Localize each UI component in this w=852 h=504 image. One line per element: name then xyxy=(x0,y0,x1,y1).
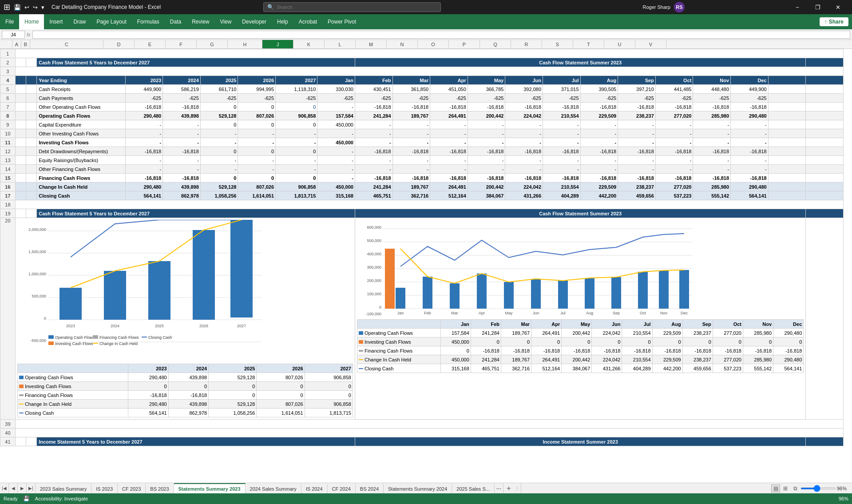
tab-acrobat[interactable]: Acrobat xyxy=(293,14,322,29)
table-row: 13 Equity Raisings/(Buybacks) - - - - - … xyxy=(0,156,844,165)
svg-rect-47 xyxy=(396,288,405,309)
excel-icon: ⊞ xyxy=(4,2,10,12)
sheet-tab-2024-sales[interactable]: 2024 Sales Summary xyxy=(246,483,301,493)
chart-monthly: 600,000 500,000 400,000 300,000 200,000 … xyxy=(357,220,694,317)
svg-text:Jun: Jun xyxy=(533,311,539,315)
add-sheet-button[interactable]: + xyxy=(503,483,514,493)
tab-nav-first[interactable]: |◀ xyxy=(0,483,9,493)
svg-text:500,000: 500,000 xyxy=(367,238,381,243)
minimize-button[interactable]: − xyxy=(787,0,808,14)
customize-icon[interactable]: ▾ xyxy=(41,4,44,11)
table-row: 3 xyxy=(0,67,844,76)
sheet-tab-bs2023[interactable]: BS 2023 xyxy=(146,483,174,493)
sheet-tab-bs2024[interactable]: BS 2024 xyxy=(356,483,384,493)
col-C: C xyxy=(30,40,103,48)
search-icon: 🔍 xyxy=(267,4,274,10)
search-input[interactable] xyxy=(277,4,437,10)
svg-text:600,000: 600,000 xyxy=(367,225,381,230)
table-row: 9 Capital Expenditure - - 0 0 0 450,000 … xyxy=(0,120,844,129)
svg-rect-12 xyxy=(59,288,82,320)
redo-icon[interactable]: ↪ xyxy=(33,4,38,11)
col-M: M xyxy=(356,40,387,48)
tab-nav-prev[interactable]: ◀ xyxy=(9,483,18,493)
svg-rect-50 xyxy=(477,274,487,309)
svg-rect-13 xyxy=(104,271,126,320)
avatar[interactable]: RS xyxy=(674,2,685,12)
svg-text:-500,000: -500,000 xyxy=(30,338,46,343)
sheet-tab-bar: |◀ ◀ ▶ ▶| 2023 Sales Summary IS 2023 CF … xyxy=(0,483,852,493)
svg-rect-16 xyxy=(230,220,253,317)
table-row: 1 xyxy=(0,49,844,58)
restore-button[interactable]: ❐ xyxy=(808,0,828,14)
tab-review[interactable]: Review xyxy=(186,14,214,29)
col-O: O xyxy=(418,40,449,48)
name-box[interactable] xyxy=(2,31,25,39)
svg-text:Aug: Aug xyxy=(586,311,593,315)
tab-file[interactable]: File xyxy=(0,14,19,29)
svg-text:Nov: Nov xyxy=(660,311,668,315)
sheet-tab-cf2024[interactable]: CF 2024 xyxy=(328,483,356,493)
tab-vert-dots[interactable]: ⋮ xyxy=(514,483,521,493)
tab-draw[interactable]: Draw xyxy=(68,14,91,29)
tab-formulas[interactable]: Formulas xyxy=(132,14,165,29)
tab-power-pivot[interactable]: Power Pivot xyxy=(322,14,361,29)
svg-rect-53 xyxy=(558,281,568,309)
table-row: 18 xyxy=(0,200,844,209)
undo-icon[interactable]: ↩ xyxy=(24,4,29,11)
sheet-tab-is2024[interactable]: IS 2024 xyxy=(301,483,328,493)
chart-right-legend-table: Jan Feb Mar Apr May Jun Jul Aug Sep Oct … xyxy=(357,319,804,373)
view-controls: ▤ ⊞ ⧉ 96% xyxy=(771,483,852,493)
svg-rect-56 xyxy=(638,272,648,309)
tab-data[interactable]: Data xyxy=(165,14,186,29)
col-N: N xyxy=(387,40,418,48)
tab-page-layout[interactable]: Page Layout xyxy=(91,14,131,29)
svg-text:Feb: Feb xyxy=(424,311,431,315)
svg-text:2027: 2027 xyxy=(237,324,246,328)
svg-text:0: 0 xyxy=(44,316,46,321)
table-row: 39 xyxy=(0,420,844,429)
col-G: G xyxy=(197,40,228,48)
search-box[interactable]: 🔍 xyxy=(263,2,441,12)
tab-nav-last[interactable]: ▶| xyxy=(27,483,36,493)
svg-rect-55 xyxy=(611,277,621,309)
tab-nav-next[interactable]: ▶ xyxy=(18,483,27,493)
page-break-view-button[interactable]: ⧉ xyxy=(791,484,800,492)
formula-input[interactable] xyxy=(32,31,850,39)
svg-rect-54 xyxy=(585,278,594,309)
col-D: D xyxy=(103,40,135,48)
table-row: 5 Cash Receipts 449,900 586,219 661,710 … xyxy=(0,85,844,94)
col-T: T xyxy=(573,40,604,48)
sheet-tab-2023-sales[interactable]: 2023 Sales Summary xyxy=(36,483,91,493)
table-row: 10 Other Investing Cash Flows - - - - - … xyxy=(0,129,844,138)
table-row: 8 Operating Cash Flows 290,480 439,898 5… xyxy=(0,111,844,120)
tab-help[interactable]: Help xyxy=(272,14,293,29)
sheet-tab-is2023[interactable]: IS 2023 xyxy=(91,483,118,493)
svg-text:2023: 2023 xyxy=(66,324,75,328)
sheet-tab-cf2023[interactable]: CF 2023 xyxy=(118,483,146,493)
formula-fx: fx xyxy=(27,32,31,37)
col-R: R xyxy=(511,40,542,48)
tab-view[interactable]: View xyxy=(215,14,237,29)
svg-rect-51 xyxy=(504,282,514,309)
tab-home[interactable]: Home xyxy=(19,14,44,29)
sheet-tab-2025-sales[interactable]: 2025 Sales S... xyxy=(452,483,495,493)
page-layout-view-button[interactable]: ⊞ xyxy=(781,484,790,492)
table-row: 4 Year Ending 2023 2024 2025 2026 2027 J… xyxy=(0,76,844,85)
tab-insert[interactable]: Insert xyxy=(44,14,68,29)
normal-view-button[interactable]: ▤ xyxy=(771,484,780,492)
sheet-tab-statements-2024[interactable]: Statements Summary 2024 xyxy=(384,483,452,493)
tab-developer[interactable]: Developer xyxy=(237,14,272,29)
save-icon[interactable]: 💾 xyxy=(14,4,21,11)
table-row: 11 Investing Cash Flows - - - - - 450,00… xyxy=(0,138,844,147)
tab-more-button[interactable]: ··· xyxy=(495,483,503,493)
sheet-tab-statements-2023[interactable]: Statements Summary 2023 xyxy=(174,483,246,493)
svg-rect-15 xyxy=(193,230,215,320)
svg-rect-57 xyxy=(659,270,669,309)
share-button[interactable]: ↑ Share xyxy=(820,17,848,26)
svg-rect-26 xyxy=(93,335,98,339)
zoom-slider[interactable] xyxy=(800,488,836,489)
column-headers: A B C D E F G H J K L M N O P Q R S T U … xyxy=(0,40,852,49)
share-icon: ↑ xyxy=(824,19,827,25)
grid-area: 1 2 Cash Flow Statement 5 Years to Decem… xyxy=(0,49,852,483)
close-button[interactable]: ✕ xyxy=(828,0,848,14)
